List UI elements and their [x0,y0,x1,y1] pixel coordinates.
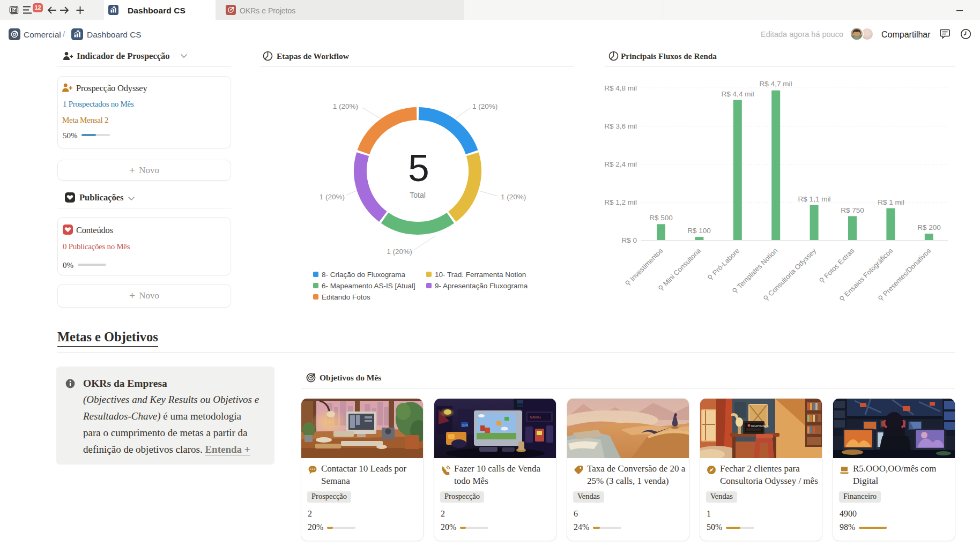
svg-text:NAVIG: NAVIG [530,415,541,419]
svg-text:RDAHIMAPS: RDAHIMAPS [751,424,769,428]
svg-text:374: 374 [462,423,468,427]
